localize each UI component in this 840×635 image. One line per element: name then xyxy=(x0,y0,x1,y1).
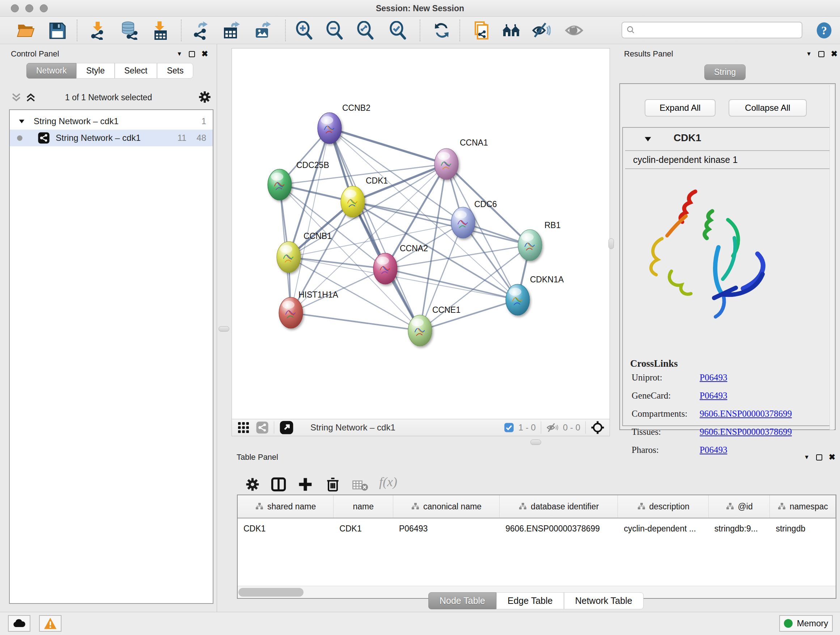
network-view-mode-icon[interactable] xyxy=(256,421,269,434)
refresh-icon[interactable] xyxy=(432,21,451,40)
results-scrollbar[interactable] xyxy=(829,85,834,430)
column-header-databaseidentifier[interactable]: database identifier xyxy=(500,495,618,518)
delete-column-trash-icon[interactable] xyxy=(325,477,341,492)
table-cell[interactable]: CDK1 xyxy=(333,518,393,539)
table-cell[interactable]: stringdb xyxy=(770,518,836,539)
column-header-description[interactable]: description xyxy=(618,495,708,518)
network-edge[interactable] xyxy=(291,313,420,331)
save-session-icon[interactable] xyxy=(48,21,66,40)
column-header-sharedname[interactable]: shared name xyxy=(238,495,333,518)
zoom-in-icon[interactable] xyxy=(295,21,314,40)
import-network-from-database-icon[interactable] xyxy=(120,21,139,40)
column-header-canonicalname[interactable]: canonical name xyxy=(393,495,500,518)
table-row[interactable]: CDK1CDK1P064939606.ENSP00000378699cyclin… xyxy=(238,518,836,539)
warnings-button[interactable] xyxy=(39,615,62,632)
open-session-icon[interactable] xyxy=(17,21,35,40)
table-cell[interactable]: CDK1 xyxy=(238,518,333,539)
network-node-ccna1[interactable]: CCNA1 xyxy=(434,138,488,180)
network-node-cdkn1a[interactable]: CDKN1A xyxy=(506,275,564,315)
network-edge[interactable] xyxy=(289,257,385,269)
network-node-rb1[interactable]: RB1 xyxy=(518,220,561,261)
crosslink-link[interactable]: 9606.ENSP00000378699 xyxy=(699,409,792,419)
string-results-box: Expand All Collapse All CDK1 cyclin-depe… xyxy=(619,83,836,430)
selected-checkbox-icon[interactable] xyxy=(504,423,514,432)
zoom-out-icon[interactable] xyxy=(325,21,344,40)
network-canvas[interactable]: CCNB2 CCNA1 CDC25B xyxy=(232,48,610,419)
search-input[interactable] xyxy=(636,25,791,35)
crosslink-label: Compartments: xyxy=(632,409,687,419)
network-edge[interactable] xyxy=(291,128,330,313)
help-icon[interactable]: ? xyxy=(815,22,833,39)
collection-expander-icon[interactable] xyxy=(18,117,26,125)
node-label: CDKN1A xyxy=(530,275,564,284)
detach-view-icon[interactable] xyxy=(279,420,294,435)
net-toolbar-separator xyxy=(585,421,586,434)
network-edge[interactable] xyxy=(330,128,447,164)
tab-network-table[interactable]: Network Table xyxy=(564,592,644,609)
toolbar-separator xyxy=(181,19,182,41)
column-header-namespac[interactable]: namespac xyxy=(770,495,836,518)
tab-select[interactable]: Select xyxy=(115,63,157,79)
grid-view-icon[interactable] xyxy=(237,421,250,434)
search-field[interactable] xyxy=(622,22,802,38)
hscroll-thumb[interactable] xyxy=(238,588,303,597)
network-collection-row[interactable]: String Network – cdk1 1 xyxy=(10,113,213,130)
network-graph[interactable]: CCNB2 CCNA1 CDC25B xyxy=(232,49,609,419)
network-node-hist1h1a[interactable]: HIST1H1A xyxy=(279,290,339,328)
home-icon[interactable] xyxy=(502,21,521,40)
table-panel-float-icon[interactable]: ▼ xyxy=(804,454,810,461)
network-edge[interactable] xyxy=(385,269,518,300)
zoom-selected-icon[interactable] xyxy=(389,21,408,40)
crosslink-link[interactable]: P06493 xyxy=(699,391,727,401)
node-label: CDK1 xyxy=(366,176,388,185)
import-table-icon[interactable] xyxy=(150,21,169,40)
table-cell[interactable]: 9606.ENSP00000378699 xyxy=(500,518,618,539)
table-cell[interactable]: stringdb:9... xyxy=(709,518,770,539)
table-cell[interactable]: P06493 xyxy=(393,518,500,539)
tab-network[interactable]: Network xyxy=(27,63,76,79)
tab-node-table[interactable]: Node Table xyxy=(428,592,496,609)
import-network-icon[interactable] xyxy=(88,21,107,40)
network-options-gear-icon[interactable] xyxy=(197,90,212,104)
table-options-gear-icon[interactable] xyxy=(245,477,261,492)
crosslink-link[interactable]: 9606.ENSP00000378699 xyxy=(699,427,792,437)
export-network-icon[interactable] xyxy=(191,21,210,40)
export-table-icon[interactable] xyxy=(223,21,241,40)
protein-expander-icon[interactable] xyxy=(643,134,653,144)
table-panel-close-icon[interactable]: ✖ xyxy=(829,453,835,462)
control-panel-close-icon[interactable]: ✖ xyxy=(202,49,208,59)
export-image-icon[interactable] xyxy=(254,21,272,40)
zoom-fit-icon[interactable] xyxy=(356,21,375,40)
column-header-name[interactable]: name xyxy=(333,495,393,518)
right-splitter-handle[interactable] xyxy=(608,238,614,249)
tab-edge-table[interactable]: Edge Table xyxy=(496,592,564,609)
tab-style[interactable]: Style xyxy=(76,63,114,79)
left-splitter-handle[interactable] xyxy=(218,326,229,332)
collapse-all-button[interactable]: Collapse All xyxy=(729,99,807,117)
results-panel-close-icon[interactable]: ✖ xyxy=(831,49,837,59)
create-column-plus-icon[interactable] xyxy=(297,477,313,492)
crosslink-link[interactable]: P06493 xyxy=(699,372,727,383)
memory-button[interactable]: Memory xyxy=(779,615,833,632)
table-cell[interactable]: cyclin-dependent ... xyxy=(618,518,708,539)
table-panel-maximize-icon[interactable] xyxy=(816,454,822,461)
network-edge[interactable] xyxy=(330,128,420,331)
hidden-eye-slash-icon[interactable] xyxy=(546,421,559,434)
network-edge[interactable] xyxy=(420,300,518,331)
network-row-selected[interactable]: String Network – cdk1 11 48 xyxy=(10,130,213,146)
column-header-id[interactable]: @id xyxy=(709,495,770,518)
control-panel-maximize-icon[interactable] xyxy=(189,51,195,57)
show-columns-icon[interactable] xyxy=(271,477,286,492)
network-node-ccnb1[interactable]: CCNB1 xyxy=(277,231,332,272)
results-panel-maximize-icon[interactable] xyxy=(818,51,824,57)
expand-all-button[interactable]: Expand All xyxy=(645,99,715,117)
results-tab-string[interactable]: String xyxy=(704,65,745,80)
cloud-button[interactable] xyxy=(8,615,30,632)
table-splitter-handle[interactable] xyxy=(531,440,541,445)
control-panel-float-icon[interactable]: ▼ xyxy=(177,51,182,57)
birdseye-crosshair-icon[interactable] xyxy=(591,421,605,434)
results-panel-float-icon[interactable]: ▼ xyxy=(806,51,812,57)
tab-sets[interactable]: Sets xyxy=(157,63,193,79)
clone-network-icon[interactable] xyxy=(471,21,490,40)
hide-unhide-icon[interactable] xyxy=(532,21,551,40)
